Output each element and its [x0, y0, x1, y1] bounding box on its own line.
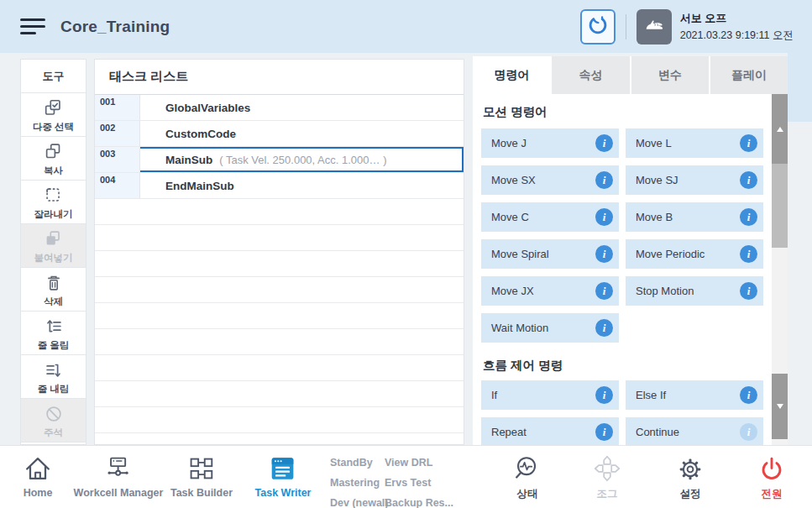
- command-label: Move SJ: [636, 174, 678, 186]
- command-wait-motion[interactable]: Wait Motioni: [481, 313, 619, 343]
- task-row-empty: [95, 199, 464, 225]
- nav-label: Task Builder: [170, 487, 233, 499]
- line-up-icon: [43, 315, 65, 338]
- command-label: Move SX: [491, 174, 536, 186]
- info-icon[interactable]: i: [740, 245, 757, 263]
- info-icon[interactable]: i: [595, 134, 613, 152]
- info-icon[interactable]: i: [595, 208, 613, 226]
- info-icon[interactable]: i: [595, 423, 613, 441]
- command-move-sx[interactable]: Move SXi: [481, 165, 619, 195]
- task-row-002[interactable]: 002CustomCode: [95, 121, 464, 147]
- nav-home[interactable]: Home: [22, 452, 54, 499]
- tool-cut-button[interactable]: 잘라내기: [21, 181, 86, 224]
- tool-copy-button[interactable]: 복사: [21, 137, 86, 181]
- info-icon[interactable]: i: [595, 319, 613, 337]
- jog-icon: [591, 452, 623, 485]
- task-row-empty: [95, 355, 464, 381]
- tab-play[interactable]: 플레이: [710, 56, 788, 94]
- info-icon[interactable]: i: [740, 423, 757, 441]
- task-name: MainSub: [165, 154, 212, 166]
- tab-properties[interactable]: 속성: [552, 56, 631, 94]
- triangle-down-icon: [777, 404, 783, 409]
- task-row-empty: [95, 225, 464, 251]
- servo-status-block: 서보 오프 2021.03.23 9:19:11 오전: [680, 11, 794, 43]
- header-divider: [626, 14, 626, 39]
- nav-power[interactable]: 전원: [756, 452, 788, 501]
- task-writer-icon: [267, 452, 299, 485]
- command-move-j[interactable]: Move Ji: [481, 128, 619, 158]
- scroll-down-button[interactable]: [772, 374, 788, 439]
- tool-multi-select-button[interactable]: 다중 선택: [21, 93, 86, 137]
- task-row-empty: [95, 433, 464, 445]
- scroll-up-button[interactable]: [772, 94, 788, 164]
- status-text-line: StandBy: [330, 453, 388, 473]
- tool-line-down-button[interactable]: 줄 내림: [21, 355, 86, 399]
- command-label: Continue: [636, 426, 679, 438]
- nav-task-writer[interactable]: Task Writer: [255, 452, 312, 499]
- line-down-icon: [43, 359, 65, 382]
- info-icon[interactable]: i: [740, 134, 757, 152]
- command-move-sj[interactable]: Move SJi: [626, 165, 763, 195]
- task-row-001[interactable]: 001GlobalVariables: [95, 95, 464, 121]
- command-label: Move B: [636, 211, 673, 223]
- hand-guide-button[interactable]: [637, 9, 672, 45]
- command-move-b[interactable]: Move Bi: [626, 202, 763, 232]
- nav-status[interactable]: 상태: [511, 452, 543, 501]
- tab-commands[interactable]: 명령어: [473, 56, 552, 94]
- tool-delete-button[interactable]: 삭제: [21, 268, 86, 312]
- cut-icon: [43, 184, 65, 207]
- info-icon[interactable]: i: [740, 208, 757, 226]
- command-if[interactable]: Ifi: [481, 380, 619, 410]
- command-move-jx[interactable]: Move JXi: [481, 276, 619, 306]
- nav-label: Task Writer: [255, 487, 312, 499]
- nav-task-builder[interactable]: Task Builder: [170, 452, 233, 499]
- info-icon[interactable]: i: [595, 386, 613, 404]
- task-row-empty: [95, 381, 464, 407]
- command-continue[interactable]: Continuei: [626, 417, 763, 445]
- section-title: 흐름 제어 명령: [483, 358, 788, 373]
- robot-mode-button[interactable]: [580, 9, 616, 45]
- scrollbar: [772, 94, 788, 445]
- command-label: Move Periodic: [636, 248, 705, 260]
- status-text-col1: StandByMasteringDev (newal): [330, 453, 388, 508]
- command-move-l[interactable]: Move Li: [626, 128, 763, 158]
- tool-paste-button[interactable]: 붙여넣기: [21, 224, 86, 268]
- info-icon[interactable]: i: [740, 171, 757, 189]
- menu-button[interactable]: [20, 18, 45, 34]
- command-stop-motion[interactable]: Stop Motioni: [626, 276, 763, 306]
- info-icon[interactable]: i: [740, 282, 757, 300]
- gripper-icon: [585, 13, 610, 41]
- command-label: Stop Motion: [636, 285, 694, 297]
- tool-line-up-button[interactable]: 줄 올림: [21, 312, 86, 355]
- tool-comment-button[interactable]: 주석: [21, 399, 86, 443]
- delete-icon: [43, 271, 65, 295]
- command-else-if[interactable]: Else Ifi: [626, 380, 763, 410]
- task-row-004[interactable]: 004EndMainSub: [95, 173, 464, 199]
- command-move-c[interactable]: Move Ci: [481, 202, 619, 232]
- scrollbar-thumb[interactable]: [772, 164, 788, 248]
- task-row-003[interactable]: 003MainSub( Task Vel. 250.000, Acc. 1.00…: [95, 147, 464, 173]
- paste-icon: [43, 228, 65, 251]
- tool-label: 줄 올림: [38, 339, 70, 352]
- hand-icon: [642, 13, 666, 40]
- tools-title: 도구: [21, 60, 86, 93]
- command-label: Move JX: [491, 285, 534, 297]
- command-repeat[interactable]: Repeati: [481, 417, 619, 445]
- command-move-periodic[interactable]: Move Periodici: [626, 239, 763, 269]
- row-number: 001: [95, 95, 140, 120]
- status-text-line: Backup Res...: [385, 493, 453, 508]
- info-icon[interactable]: i: [595, 245, 613, 263]
- row-number: 002: [95, 121, 140, 146]
- nav-settings[interactable]: 설정: [674, 452, 706, 501]
- task-builder-icon: [186, 452, 217, 485]
- settings-icon: [674, 452, 706, 485]
- task-row-empty: [95, 251, 464, 277]
- task-row-empty: [95, 407, 464, 433]
- info-icon[interactable]: i: [595, 282, 613, 300]
- nav-jog[interactable]: 조그: [591, 452, 623, 501]
- tab-variables[interactable]: 변수: [631, 56, 710, 94]
- info-icon[interactable]: i: [740, 386, 757, 404]
- command-move-spiral[interactable]: Move Spirali: [481, 239, 619, 269]
- nav-workcell-manager[interactable]: Workcell Manager: [74, 452, 164, 499]
- info-icon[interactable]: i: [595, 171, 613, 189]
